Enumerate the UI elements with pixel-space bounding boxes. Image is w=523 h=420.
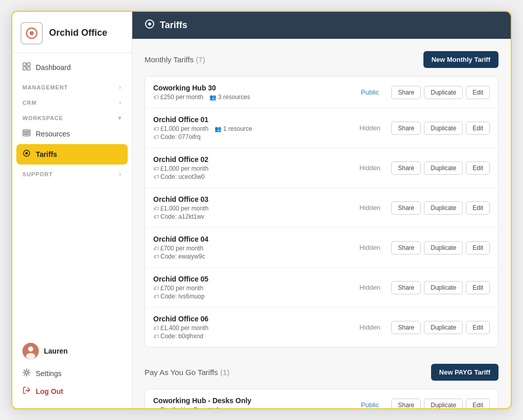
tariff-actions: Share Duplicate Edit (391, 281, 490, 294)
duplicate-button[interactable]: Duplicate (424, 281, 463, 294)
duplicate-button[interactable]: Duplicate (424, 399, 463, 409)
sidebar-logo: Orchid Office (12, 12, 132, 53)
section-workspace[interactable]: WORKSPACE ▾ (16, 108, 128, 124)
page-header: Tariffs (132, 12, 511, 39)
user-item[interactable]: Lauren (16, 338, 128, 364)
price-icon: 🏷 (153, 205, 159, 212)
edit-button[interactable]: Edit (466, 161, 490, 175)
share-button[interactable]: Share (391, 241, 421, 254)
price-icon: 🏷 (153, 126, 159, 132)
code-icon: 🏷 (153, 214, 159, 220)
settings-label: Settings (36, 369, 62, 378)
edit-button[interactable]: Edit (466, 122, 490, 135)
logout-icon (22, 386, 31, 396)
edit-button[interactable]: Edit (466, 86, 490, 99)
duplicate-button[interactable]: Duplicate (424, 321, 463, 334)
resources-count-icon: 👥 (209, 94, 217, 101)
share-button[interactable]: Share (391, 201, 421, 215)
table-row: Orchid Office 02 🏷 £1,000 per month 🏷 Co… (145, 148, 498, 188)
tariff-status: Hidden (354, 244, 385, 251)
tariff-name: Orchid Office 05 (153, 275, 348, 283)
tariff-status: Hidden (354, 323, 385, 331)
price-icon: 🏷 (153, 325, 159, 331)
resources-icon (22, 129, 31, 139)
svg-rect-3 (27, 63, 30, 66)
tariff-name: Orchid Office 06 (153, 315, 348, 323)
share-button[interactable]: Share (391, 161, 421, 175)
tariff-status: Hidden (354, 164, 385, 172)
tariffs-content: Monthly Tariffs (7) New Monthly Tariff C… (132, 39, 511, 408)
avatar (22, 343, 39, 359)
dashboard-icon (22, 62, 31, 73)
code-icon: 🏷 (153, 134, 159, 140)
tariff-actions: Share Duplicate Edit (391, 122, 490, 135)
share-button[interactable]: Share (391, 281, 421, 294)
tariff-status: Public (354, 401, 385, 408)
duplicate-button[interactable]: Duplicate (424, 161, 463, 175)
tariff-actions: Share Duplicate Edit (391, 321, 490, 334)
payg-tariffs-table: Coworking Hub - Desks Only 🏷 Pay As You … (145, 389, 498, 408)
resources-label: Resources (36, 130, 70, 138)
edit-button[interactable]: Edit (466, 281, 490, 294)
duplicate-button[interactable]: Duplicate (424, 86, 463, 99)
table-row: Orchid Office 04 🏷 £700 per month 🏷 Code… (145, 228, 498, 268)
price-icon: 🏷 (153, 407, 159, 408)
crm-arrow-icon: › (119, 99, 122, 106)
support-arrow-icon: › (119, 171, 122, 178)
new-payg-tariff-button[interactable]: New PAYG Tariff (431, 364, 498, 381)
share-button[interactable]: Share (391, 86, 421, 99)
page-title: Tariffs (160, 20, 187, 31)
table-row: Coworking Hub - Desks Only 🏷 Pay As You … (145, 389, 498, 408)
share-button[interactable]: Share (391, 122, 421, 135)
edit-button[interactable]: Edit (466, 399, 490, 409)
tariff-actions: Share Duplicate Edit (391, 399, 490, 409)
management-arrow-icon: › (119, 84, 122, 91)
tariff-name: Coworking Hub 30 (153, 84, 348, 92)
duplicate-button[interactable]: Duplicate (424, 241, 463, 254)
tariff-name: Orchid Office 02 (153, 155, 348, 164)
sidebar: Orchid Office Dashboard MANAGEMENT › (12, 12, 132, 408)
code-icon: 🏷 (153, 253, 159, 260)
edit-button[interactable]: Edit (466, 201, 490, 215)
share-button[interactable]: Share (391, 321, 421, 334)
svg-rect-4 (23, 67, 26, 70)
settings-item[interactable]: Settings (16, 364, 128, 382)
logout-item[interactable]: Log Out (16, 382, 128, 400)
edit-button[interactable]: Edit (466, 321, 490, 334)
tariff-status: Hidden (354, 204, 385, 212)
svg-rect-7 (23, 132, 30, 133)
new-monthly-tariff-button[interactable]: New Monthly Tariff (423, 51, 498, 68)
share-button[interactable]: Share (391, 399, 421, 409)
sidebar-nav: Dashboard MANAGEMENT › CRM › WORKSPACE ▾ (12, 57, 132, 338)
table-row: Orchid Office 05 🏷 £700 per month 🏷 Code… (145, 268, 498, 308)
tariff-name: Orchid Office 03 (153, 195, 348, 203)
tariff-actions: Share Duplicate Edit (391, 201, 490, 215)
main-content: Tariffs Monthly Tariffs (7) New Monthly … (132, 12, 511, 408)
svg-point-15 (25, 371, 28, 374)
resources-count-icon: 👥 (207, 407, 215, 409)
dashboard-label: Dashboard (36, 63, 71, 72)
app-name: Orchid Office (49, 28, 107, 39)
resources-count-icon: 👥 (215, 126, 222, 132)
sidebar-item-resources[interactable]: Resources (16, 124, 128, 144)
table-row: Coworking Hub 30 🏷 £250 per month 👥 3 re… (145, 77, 498, 108)
monthly-tariffs-table: Coworking Hub 30 🏷 £250 per month 👥 3 re… (145, 76, 498, 347)
duplicate-button[interactable]: Duplicate (424, 201, 463, 215)
edit-button[interactable]: Edit (466, 241, 490, 254)
user-name: Lauren (44, 347, 68, 355)
section-management[interactable]: MANAGEMENT › (16, 78, 128, 93)
tariff-name: Orchid Office 04 (153, 235, 348, 243)
svg-point-11 (26, 152, 28, 155)
section-crm[interactable]: CRM › (16, 93, 128, 108)
sidebar-item-tariffs[interactable]: Tariffs (16, 144, 128, 165)
logout-label: Log Out (36, 387, 63, 395)
header-icon (145, 19, 155, 32)
section-support[interactable]: SUPPORT › (16, 165, 128, 180)
tariffs-label: Tariffs (36, 150, 57, 158)
svg-point-13 (28, 346, 33, 352)
duplicate-button[interactable]: Duplicate (424, 122, 463, 135)
sidebar-item-dashboard[interactable]: Dashboard (16, 57, 128, 78)
table-row: Orchid Office 03 🏷 £1,000 per month 🏷 Co… (145, 188, 498, 228)
price-icon: 🏷 (153, 166, 159, 172)
tariff-actions: Share Duplicate Edit (391, 161, 490, 175)
